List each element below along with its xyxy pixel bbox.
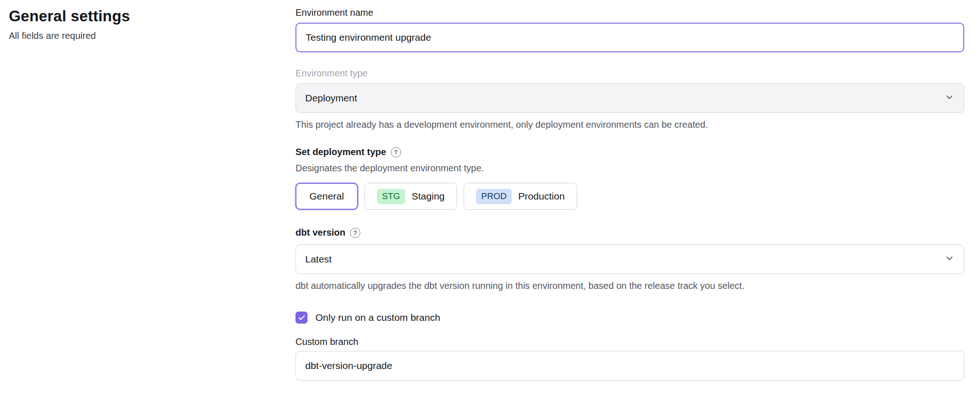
custom-branch-checkbox-label: Only run on a custom branch: [315, 312, 440, 323]
deployment-type-option-general[interactable]: General: [295, 183, 358, 210]
page-title: General settings: [9, 7, 268, 25]
environment-type-label: Environment type: [295, 68, 964, 79]
environment-name-label: Environment name: [295, 7, 964, 18]
deployment-type-option-label: Production: [518, 191, 565, 202]
help-icon[interactable]: [391, 147, 401, 157]
deployment-type-options: General STG Staging PROD Production: [295, 183, 964, 210]
deployment-type-option-staging[interactable]: STG Staging: [364, 183, 457, 210]
custom-branch-label: Custom branch: [295, 337, 964, 347]
dbt-version-label: dbt version: [295, 227, 346, 238]
deployment-type-helper: Designates the deployment environment ty…: [295, 163, 964, 174]
dbt-version-helper: dbt automatically upgrades the dbt versi…: [295, 281, 964, 291]
custom-branch-checkbox[interactable]: [295, 312, 308, 324]
check-icon: [298, 314, 306, 322]
dbt-version-select[interactable]: Latest: [295, 244, 964, 274]
environment-type-helper: This project already has a development e…: [295, 119, 964, 130]
custom-branch-checkbox-row[interactable]: Only run on a custom branch: [295, 312, 964, 324]
chevron-down-icon: [944, 253, 955, 266]
deployment-type-label: Set deployment type: [295, 147, 386, 157]
help-icon[interactable]: [350, 228, 360, 238]
deployment-type-option-production[interactable]: PROD Production: [464, 183, 577, 210]
custom-branch-input[interactable]: [295, 351, 964, 381]
environment-name-input[interactable]: [295, 23, 964, 52]
deployment-type-option-label: Staging: [412, 191, 445, 202]
environment-settings-form: Environment name Environment type Deploy…: [295, 7, 964, 381]
deployment-type-option-label: General: [309, 191, 344, 202]
environment-type-value: Deployment: [305, 93, 357, 104]
environment-type-select[interactable]: Deployment: [295, 83, 964, 113]
production-badge: PROD: [476, 189, 512, 204]
staging-badge: STG: [377, 189, 405, 204]
chevron-down-icon: [944, 92, 955, 105]
dbt-version-value: Latest: [305, 254, 332, 265]
page-subtitle: All fields are required: [9, 31, 268, 41]
settings-header: General settings All fields are required: [9, 7, 268, 41]
